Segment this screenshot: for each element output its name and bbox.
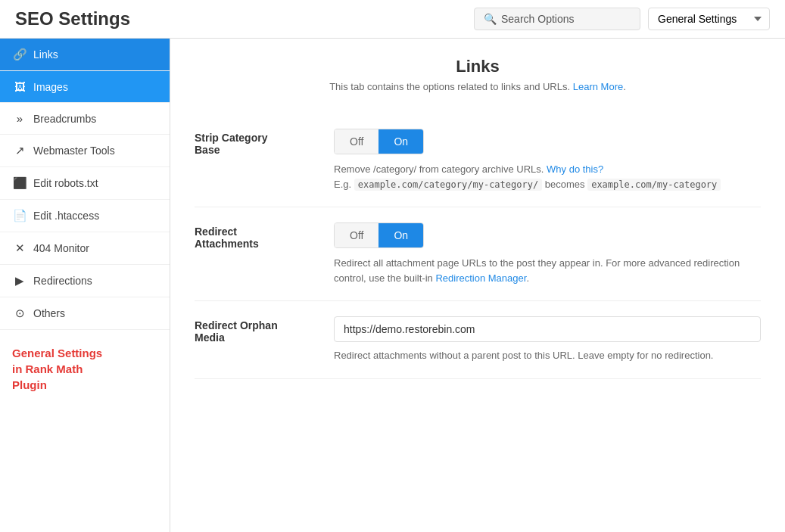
sidebar-label-redirections: Redirections — [33, 275, 92, 287]
sidebar-label-404-monitor: 404 Monitor — [33, 242, 89, 254]
redirection-manager-link[interactable]: Redirection Manager — [435, 272, 526, 284]
sidebar-label-edit-htaccess: Edit .htaccess — [33, 210, 99, 222]
description-strip-category-base: Remove /category/ from category archive … — [334, 162, 761, 191]
section-subtitle: This tab contains the options related to… — [195, 81, 761, 92]
sidebar-item-links[interactable]: 🔗 Links — [0, 39, 170, 71]
sidebar-label-links: Links — [33, 48, 58, 61]
description-redirect-orphan-media: Redirect attachments without a parent po… — [334, 348, 761, 363]
sidebar-label-webmaster-tools: Webmaster Tools — [33, 145, 115, 157]
sidebar-item-images[interactable]: 🖼 Images — [0, 71, 170, 103]
robots-icon: ⬛ — [12, 176, 27, 190]
search-input[interactable] — [501, 13, 631, 25]
sidebar-item-others[interactable]: ⊙ Others — [0, 297, 170, 330]
setting-label-redirect-orphan-media: Redirect OrphanMedia — [195, 316, 316, 344]
annotation-text: General Settingsin Rank MathPlugin — [12, 345, 157, 393]
sidebar-item-redirections[interactable]: ▶ Redirections — [0, 265, 170, 297]
annotation-box: General Settingsin Rank MathPlugin — [0, 336, 170, 402]
setting-label-redirect-attachments: RedirectAttachments — [195, 222, 316, 250]
search-box[interactable]: 🔍 — [474, 8, 640, 30]
image-icon: 🖼 — [12, 80, 27, 93]
sidebar-item-webmaster-tools[interactable]: ↗ Webmaster Tools — [0, 135, 170, 167]
setting-label-strip-category-base: Strip CategoryBase — [195, 129, 316, 156]
sidebar-item-breadcrumbs[interactable]: » Breadcrumbs — [0, 103, 170, 135]
toggle-group-redirect-attachments: Off On — [334, 222, 424, 248]
sidebar-label-edit-robots: Edit robots.txt — [33, 177, 98, 189]
breadcrumbs-icon: » — [12, 112, 27, 125]
description-redirect-attachments: Redirect all attachment page URLs to the… — [334, 256, 761, 285]
sidebar-label-breadcrumbs: Breadcrumbs — [33, 113, 96, 125]
setting-row-strip-category-base: Strip CategoryBase Off On Remove /catego… — [195, 114, 761, 207]
sidebar-label-images: Images — [33, 81, 68, 93]
redirections-icon: ▶ — [12, 274, 27, 288]
main-layout: 🔗 Links 🖼 Images » Breadcrumbs ↗ Webmast… — [0, 39, 785, 532]
setting-control-strip-category-base: Off On Remove /category/ from category a… — [334, 129, 761, 191]
section-title: Links — [195, 57, 761, 76]
sidebar-item-edit-htaccess[interactable]: 📄 Edit .htaccess — [0, 200, 170, 232]
redirect-orphan-media-input[interactable] — [334, 316, 761, 342]
htaccess-icon: 📄 — [12, 209, 27, 222]
sidebar-item-edit-robots[interactable]: ⬛ Edit robots.txt — [0, 167, 170, 200]
setting-control-redirect-orphan-media: Redirect attachments without a parent po… — [334, 316, 761, 363]
404-icon: ✕ — [12, 241, 27, 255]
setting-control-redirect-attachments: Off On Redirect all attachment page URLs… — [334, 222, 761, 285]
example-url-after: example.com/my-category — [587, 179, 721, 191]
header-right: 🔍 General Settings Advanced Settings — [474, 8, 770, 30]
toggle-group-strip-category-base: Off On — [334, 129, 424, 154]
others-icon: ⊙ — [12, 306, 27, 320]
webmaster-icon: ↗ — [12, 144, 27, 157]
search-icon: 🔍 — [484, 13, 497, 25]
app-header: SEO Settings 🔍 General Settings Advanced… — [0, 0, 785, 39]
link-icon: 🔗 — [12, 48, 27, 61]
setting-row-redirect-attachments: RedirectAttachments Off On Redirect all … — [195, 207, 761, 301]
toggle-on-redirect-attachments[interactable]: On — [378, 223, 423, 247]
sidebar-label-others: Others — [33, 307, 65, 319]
settings-select[interactable]: General Settings Advanced Settings — [648, 8, 770, 30]
learn-more-link[interactable]: Learn More — [573, 81, 623, 92]
sidebar-item-404-monitor[interactable]: ✕ 404 Monitor — [0, 232, 170, 265]
toggle-on-strip-category-base[interactable]: On — [378, 129, 423, 154]
sidebar: 🔗 Links 🖼 Images » Breadcrumbs ↗ Webmast… — [0, 39, 170, 532]
toggle-off-strip-category-base[interactable]: Off — [335, 129, 378, 154]
main-content: Links This tab contains the options rela… — [170, 39, 785, 532]
setting-row-redirect-orphan-media: Redirect OrphanMedia Redirect attachment… — [195, 301, 761, 379]
app-title: SEO Settings — [15, 8, 130, 30]
why-do-this-link[interactable]: Why do this? — [547, 163, 603, 175]
toggle-off-redirect-attachments[interactable]: Off — [335, 223, 378, 247]
example-url-before: example.com/category/my-category/ — [354, 179, 542, 191]
